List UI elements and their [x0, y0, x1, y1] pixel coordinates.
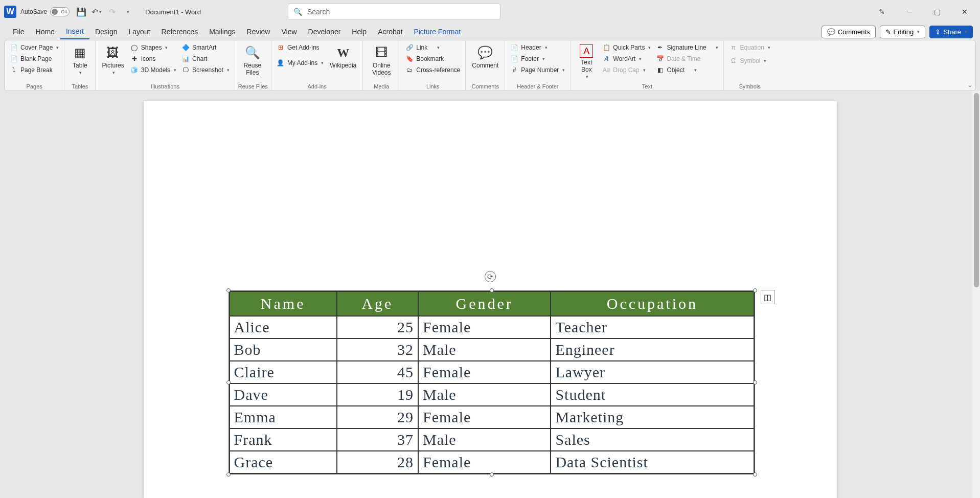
shapes-button[interactable]: ◯Shapes▾ [128, 42, 178, 53]
my-addins-button[interactable]: 👤My Add-ins▾ [275, 58, 326, 68]
tab-view[interactable]: View [276, 25, 302, 39]
resize-handle-nw[interactable] [226, 288, 231, 292]
close-icon[interactable]: ✕ [953, 4, 976, 19]
bookmark-button[interactable]: 🔖Bookmark [403, 54, 462, 64]
tab-references[interactable]: References [156, 25, 204, 39]
symbol-button: ΩSymbol▾ [727, 56, 772, 66]
share-button[interactable]: ⇪ Share ▾ [929, 26, 973, 38]
comment-button[interactable]: 💬Comment [469, 42, 502, 71]
search-input[interactable]: 🔍 Search [288, 4, 500, 20]
tab-developer[interactable]: Developer [303, 25, 347, 39]
coming-soon-icon[interactable]: ✎ [871, 4, 893, 19]
table-cell: Alice [230, 316, 337, 338]
cross-reference-button[interactable]: 🗂Cross-reference [403, 65, 462, 75]
tab-file[interactable]: File [7, 25, 30, 39]
layout-options-icon[interactable]: ◫ [761, 290, 775, 304]
tab-design[interactable]: Design [89, 25, 123, 39]
autosave-toggle[interactable]: AutoSave Off [20, 7, 70, 16]
chart-button[interactable]: 📊Chart [179, 54, 232, 64]
screenshot-button[interactable]: 🖵Screenshot▾ [179, 65, 232, 75]
resize-handle-n[interactable] [490, 288, 494, 292]
save-icon[interactable]: 💾 [76, 6, 87, 17]
text-box-button[interactable]: AText Box▾ [574, 42, 599, 81]
page-break-button[interactable]: ⤵Page Break [8, 65, 61, 75]
group-symbols: πEquation▾ ΩSymbol▾ Symbols [724, 40, 775, 90]
qat-customize-icon[interactable]: ▾ [122, 6, 133, 17]
smartart-button[interactable]: 🔷SmartArt [179, 42, 232, 53]
reuse-files-button[interactable]: 🔍Reuse Files [238, 42, 267, 78]
3d-models-button[interactable]: 🧊3D Models▾ [128, 65, 178, 75]
table-cell: Marketing [551, 406, 754, 428]
table-cell: 45 [337, 361, 418, 383]
resize-handle-e[interactable] [753, 380, 757, 384]
date-time-button: 📅Date & Time [654, 54, 720, 64]
document-page[interactable]: ⟳ ◫ Name Age Gender Occupation Alice25Fe… [144, 101, 837, 498]
resize-handle-w[interactable] [226, 380, 231, 384]
icons-button[interactable]: ✚Icons [128, 54, 178, 64]
wikipedia-button[interactable]: WWikipedia [327, 42, 359, 71]
header-button[interactable]: 📄Header▾ [508, 42, 567, 53]
tab-mailings[interactable]: Mailings [203, 25, 241, 39]
document-title: Document1 - Word [145, 8, 201, 16]
pictures-label: Pictures [102, 62, 124, 69]
table-cell: 28 [337, 451, 418, 473]
object-button[interactable]: ◧Object ▾ [654, 65, 720, 75]
tab-help[interactable]: Help [346, 25, 372, 39]
share-label: Share [943, 28, 961, 36]
footer-button[interactable]: 📄Footer▾ [508, 54, 567, 64]
selected-picture[interactable]: ◫ Name Age Gender Occupation Alice25Fema… [229, 290, 755, 474]
editing-button[interactable]: ✎ Editing ▾ [880, 26, 926, 38]
quick-parts-button[interactable]: 📋Quick Parts▾ [600, 42, 653, 53]
table-cell: Male [418, 338, 551, 361]
tab-review[interactable]: Review [241, 25, 276, 39]
scroll-thumb[interactable] [974, 93, 979, 287]
vertical-scrollbar[interactable] [972, 91, 980, 498]
cover-page-icon: 📄 [10, 43, 18, 52]
online-videos-button[interactable]: 🎞Online Videos [366, 42, 397, 78]
group-pages-label: Pages [8, 82, 61, 89]
cover-page-button[interactable]: 📄Cover Page▾ [8, 42, 61, 53]
chart-label: Chart [192, 55, 207, 62]
quick-access-toolbar: 💾 ↶▾ ↷ ▾ [76, 6, 133, 17]
group-media: 🎞Online Videos Media [363, 40, 400, 90]
reuse-files-label: Reuse Files [241, 62, 264, 76]
comment-icon: 💬 [477, 44, 493, 61]
maximize-icon[interactable]: ▢ [926, 4, 948, 19]
resize-handle-ne[interactable] [753, 288, 757, 292]
comments-button[interactable]: 💬 Comments [822, 26, 876, 38]
signature-line-button[interactable]: ✒Signature Line ▾ [654, 42, 720, 53]
page-number-label: Page Number [521, 66, 559, 74]
word-app-icon: W [4, 6, 16, 18]
table-cell: Engineer [551, 338, 754, 361]
table-row: Dave19MaleStudent [230, 383, 754, 406]
group-reuse-files: 🔍Reuse Files Reuse Files [235, 40, 271, 90]
table-row: Alice25FemaleTeacher [230, 316, 754, 338]
get-addins-button[interactable]: ⊞Get Add-ins [275, 42, 326, 53]
wordart-button[interactable]: AWordArt▾ [600, 54, 653, 64]
blank-page-button[interactable]: 📄Blank Page [8, 54, 61, 64]
tab-home[interactable]: Home [30, 25, 60, 39]
tab-layout[interactable]: Layout [123, 25, 156, 39]
undo-icon[interactable]: ↶▾ [91, 6, 102, 17]
minimize-icon[interactable]: ─ [898, 4, 921, 19]
resize-handle-se[interactable] [753, 472, 757, 477]
page-number-button[interactable]: #Page Number▾ [508, 65, 567, 75]
table-row: Emma29FemaleMarketing [230, 406, 754, 428]
autosave-switch[interactable]: Off [50, 7, 70, 16]
link-button[interactable]: 🔗Link ▾ [403, 42, 462, 53]
smartart-label: SmartArt [192, 44, 216, 51]
pictures-button[interactable]: 🖼Pictures▾ [99, 42, 127, 77]
tab-picture-format[interactable]: Picture Format [408, 25, 466, 39]
tab-acrobat[interactable]: Acrobat [372, 25, 408, 39]
redo-icon[interactable]: ↷ [106, 6, 118, 17]
resize-handle-s[interactable] [490, 472, 494, 477]
table-cell: Female [418, 406, 551, 428]
table-cell: Bob [230, 338, 337, 361]
collapse-ribbon-icon[interactable]: ⌄ [968, 82, 972, 88]
rotate-handle-icon[interactable]: ⟳ [485, 271, 496, 282]
tab-insert[interactable]: Insert [60, 24, 89, 39]
group-links-label: Links [403, 82, 462, 89]
table-button[interactable]: ▦Table▾ [67, 42, 92, 77]
table-cell: 29 [337, 406, 418, 428]
resize-handle-sw[interactable] [226, 472, 231, 477]
